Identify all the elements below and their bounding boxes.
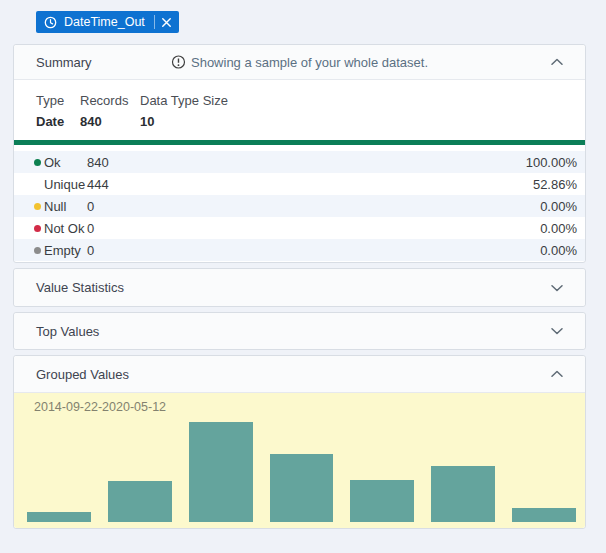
histogram-bar[interactable] — [270, 454, 334, 522]
grouped-values-title: Grouped Values — [36, 367, 129, 382]
row-percent: 52.86% — [533, 177, 577, 192]
value-data-type-size: 10 — [140, 111, 585, 132]
type-records-table: Type Records Data Type Size Date 840 10 — [14, 80, 585, 132]
not-ok-dot-icon — [34, 225, 41, 232]
top-values-expand-button[interactable] — [551, 327, 563, 335]
empty-dot-icon — [34, 247, 41, 254]
row-count: 840 — [87, 155, 109, 170]
row-count: 444 — [87, 177, 109, 192]
row-count: 0 — [87, 221, 94, 236]
row-percent: 0.00% — [540, 243, 577, 258]
row-label: Unique — [44, 177, 87, 192]
summary-title: Summary — [36, 55, 92, 70]
value-records: 840 — [80, 111, 140, 132]
row-percent: 0.00% — [540, 221, 577, 236]
row-count: 0 — [87, 199, 94, 214]
top-values-title: Top Values — [36, 324, 99, 339]
summary-collapse-button[interactable] — [551, 58, 563, 66]
row-label: Not Ok — [44, 221, 87, 236]
grouped-values-header[interactable]: Grouped Values — [14, 356, 585, 393]
close-icon — [161, 17, 172, 28]
quality-row-unique: Unique 444 52.86% — [14, 173, 585, 195]
value-statistics-panel: Value Statistics — [13, 268, 586, 307]
sample-notice: Showing a sample of your whole dataset. — [171, 55, 428, 70]
chart-range-label: 2014-09-22-2020-05-12 — [34, 400, 166, 414]
col-header-data-type-size: Data Type Size — [140, 90, 585, 111]
quality-row-empty: Empty 0 0.00% — [14, 239, 585, 261]
value-statistics-header[interactable]: Value Statistics — [14, 269, 585, 306]
sample-notice-text: Showing a sample of your whole dataset. — [191, 55, 428, 70]
grouped-values-chart: 2014-09-22-2020-05-12 — [14, 393, 585, 528]
col-header-records: Records — [80, 90, 140, 111]
summary-panel: Summary Showing a sample of your whole d… — [13, 44, 586, 263]
histogram-bar[interactable] — [350, 480, 414, 522]
chevron-up-icon — [551, 370, 563, 378]
row-label: Empty — [44, 243, 87, 258]
dataset-column-profile: DateTime_Out Summary Showin — [0, 0, 606, 553]
row-label: Ok — [44, 155, 87, 170]
quality-rows: Ok 840 100.00% Unique 444 52.86% Null 0 … — [14, 151, 585, 261]
chevron-down-icon — [551, 284, 563, 292]
chip-close-button[interactable] — [155, 11, 179, 33]
row-count: 0 — [87, 243, 94, 258]
null-dot-icon — [34, 203, 41, 210]
histogram-bar[interactable] — [108, 481, 172, 522]
value-statistics-title: Value Statistics — [36, 280, 124, 295]
histogram-bar[interactable] — [189, 422, 253, 522]
top-values-header[interactable]: Top Values — [14, 313, 585, 349]
chevron-down-icon — [551, 327, 563, 335]
value-type: Date — [36, 111, 80, 132]
quality-row-null: Null 0 0.00% — [14, 195, 585, 217]
ok-dot-icon — [34, 159, 41, 166]
row-label: Null — [44, 199, 87, 214]
histogram-bar[interactable] — [27, 512, 91, 522]
column-chip[interactable]: DateTime_Out — [36, 11, 179, 33]
quality-row-ok: Ok 840 100.00% — [14, 151, 585, 173]
row-percent: 0.00% — [540, 199, 577, 214]
chevron-up-icon — [551, 58, 563, 66]
histogram-bar[interactable] — [512, 508, 576, 522]
summary-header[interactable]: Summary Showing a sample of your whole d… — [14, 45, 585, 80]
clock-icon — [44, 16, 57, 29]
quality-bar[interactable] — [14, 140, 585, 145]
histogram-bar[interactable] — [431, 466, 495, 522]
top-values-panel: Top Values — [13, 312, 586, 350]
info-icon — [171, 55, 185, 69]
grouped-values-panel: Grouped Values 2014-09-22-2020-05-12 — [13, 355, 586, 529]
grouped-values-collapse-button[interactable] — [551, 370, 563, 378]
histogram — [27, 422, 576, 522]
column-chip-label: DateTime_Out — [64, 15, 145, 29]
row-percent: 100.00% — [526, 155, 577, 170]
value-statistics-expand-button[interactable] — [551, 284, 563, 292]
quality-row-not-ok: Not Ok 0 0.00% — [14, 217, 585, 239]
col-header-type: Type — [36, 90, 80, 111]
